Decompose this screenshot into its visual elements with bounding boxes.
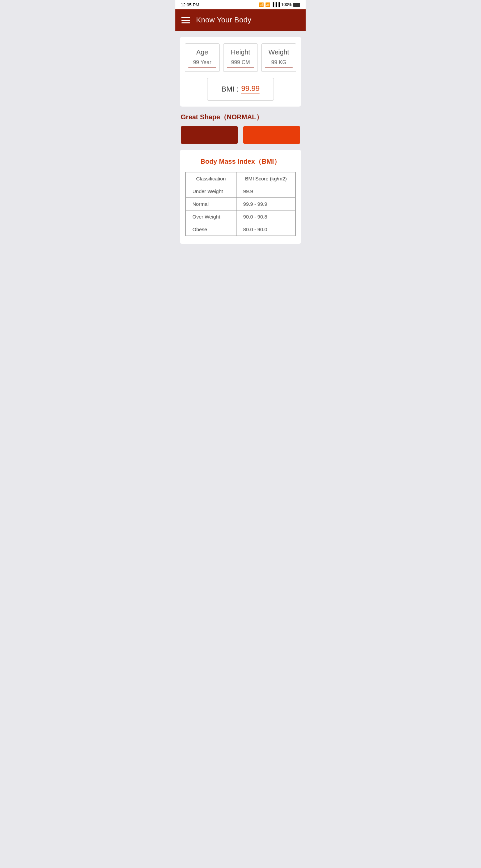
input-card: Age 99 Year Height 999 CM Weight 99 KG — [180, 37, 301, 106]
bmi-table-title: Body Mass Index（BMI） — [185, 157, 296, 166]
weight-value-container: 99 KG — [265, 59, 293, 67]
header-title: Know Your Body — [196, 16, 252, 24]
table-row: Normal99.9 - 99.9 — [186, 198, 296, 211]
status-time: 12:05 PM — [181, 2, 199, 7]
wifi-icon: 📶 — [265, 2, 270, 7]
height-value-container: 999 CM — [227, 59, 255, 67]
signal-icon: ▐▐▐ — [271, 2, 280, 7]
score-cell: 80.0 - 90.0 — [236, 223, 296, 236]
classification-cell: Normal — [186, 198, 236, 211]
status-buttons — [181, 126, 300, 144]
age-value: 99 Year — [193, 59, 211, 65]
weight-input-box[interactable]: Weight 99 KG — [261, 43, 296, 72]
score-cell: 99.9 - 99.9 — [236, 198, 296, 211]
height-input-box[interactable]: Height 999 CM — [223, 43, 258, 72]
status-title: Great Shape（NORMAL） — [181, 113, 300, 122]
bmi-box: BMI : 99.99 — [207, 78, 274, 100]
battery-text: 100% — [281, 2, 292, 7]
bluetooth-icon: 📶 — [259, 2, 264, 7]
height-value: 999 CM — [231, 59, 250, 65]
classification-cell: Obese — [186, 223, 236, 236]
weight-value: 99 KG — [271, 59, 286, 65]
menu-icon[interactable] — [181, 17, 190, 23]
main-content: Age 99 Year Height 999 CM Weight 99 KG — [175, 31, 306, 250]
table-row: Under Weight99.9 — [186, 185, 296, 198]
status-section: Great Shape（NORMAL） — [180, 113, 301, 144]
input-row-top: Age 99 Year Height 999 CM Weight 99 KG — [185, 43, 296, 72]
age-input-box[interactable]: Age 99 Year — [185, 43, 220, 72]
bmi-table: Classification BMI Score (kg/m2) Under W… — [185, 172, 296, 236]
col-score: BMI Score (kg/m2) — [236, 173, 296, 185]
weight-label: Weight — [268, 49, 289, 56]
score-cell: 99.9 — [236, 185, 296, 198]
table-row: Over Weight90.0 - 90.8 — [186, 211, 296, 223]
bmi-value: 99.99 — [241, 84, 260, 94]
height-label: Height — [231, 49, 250, 56]
status-bar: 12:05 PM 📶 📶 ▐▐▐ 100% — [175, 0, 306, 9]
app-header: Know Your Body — [175, 9, 306, 31]
score-cell: 90.0 - 90.8 — [236, 211, 296, 223]
status-icons: 📶 📶 ▐▐▐ 100% — [259, 2, 300, 7]
table-row: Obese80.0 - 90.0 — [186, 223, 296, 236]
battery-icon — [293, 3, 300, 7]
status-button-dark[interactable] — [181, 126, 238, 144]
bmi-table-card: Body Mass Index（BMI） Classification BMI … — [180, 150, 301, 244]
classification-cell: Under Weight — [186, 185, 236, 198]
classification-cell: Over Weight — [186, 211, 236, 223]
age-label: Age — [196, 49, 209, 56]
col-classification: Classification — [186, 173, 236, 185]
bmi-row: BMI : 99.99 — [185, 78, 296, 100]
status-button-orange[interactable] — [243, 126, 300, 144]
bmi-label: BMI : — [221, 85, 238, 94]
age-value-container: 99 Year — [188, 59, 216, 67]
